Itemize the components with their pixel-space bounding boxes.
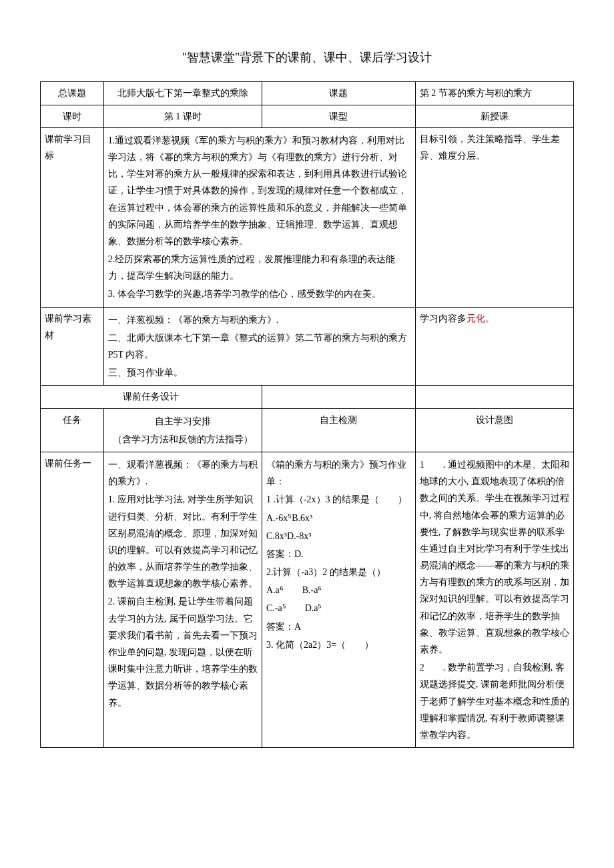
paragraph: 二、北师大版课本七下第一章《整式的运算》第二节幂的乘方与积的乘方 P5T 内容。 xyxy=(108,330,411,363)
paragraph: 一、洋葱视频：《幂的乘方与积的乘方》. xyxy=(108,312,411,328)
cell-value: 目标引领，关注策略指导、学生差异、难度分层。 xyxy=(415,127,573,307)
table-row: 课前学习素材 一、洋葱视频：《幂的乘方与积的乘方》. 二、北师大版课本七下第一章… xyxy=(41,307,574,386)
paragraph: 1 .计算（-2x）3 的结果是（ ） xyxy=(266,491,411,508)
option: A.a⁶ xyxy=(266,585,284,595)
paragraph: A.-6x⁵B.6x³ xyxy=(266,510,411,526)
cell-value: 一、洋葱视频：《幂的乘方与积的乘方》. 二、北师大版课本七下第一章《整式的运算》… xyxy=(103,307,415,386)
empty-cell xyxy=(262,386,415,408)
cell-value: 1.通过观看洋葱视频《军的乘方与积的乘方》和预习教材内容，利用对比学习法，将《幂… xyxy=(103,127,415,307)
text: 学习内容多 xyxy=(420,314,467,324)
option: D.a⁵ xyxy=(305,603,322,613)
page-title: "智慧课堂"背景下的课前、课中、课后学习设计 xyxy=(40,47,574,68)
cell-value: 第 2 节幂的乘方与积的乘方 xyxy=(415,82,573,105)
cell-label: 课型 xyxy=(262,105,415,127)
text: （含学习方法和反馈的方法指导） xyxy=(108,431,258,448)
paragraph: 3. 体会学习数学的兴趣,培养学习教学的信心，感受数学的内在美。 xyxy=(108,286,411,302)
table-row: 总课题 北师大版七下第一章整式的乘除 课题 第 2 节幂的乘方与积的乘方 xyxy=(41,82,574,105)
paragraph: C.-a⁵ D.a⁵ xyxy=(266,600,411,616)
paragraph: 2.经历探索幂的乘方运算性质的过程，发展推理能力和有条理的表达能力，提高学生解决… xyxy=(108,251,411,284)
cell-value: 一、观看洋葱视频：《幂的乘方与积的乘方》. 1. 应用对比学习法, 对学生所学知… xyxy=(103,452,262,747)
paragraph: C.8x³D.-8x³ xyxy=(266,528,411,544)
cell-label: 课时 xyxy=(41,105,104,127)
empty-cell xyxy=(415,386,573,408)
paragraph: 3. 化简（2a2）3=（ ） xyxy=(266,636,411,653)
lesson-plan-table: 总课题 北师大版七下第一章整式的乘除 课题 第 2 节幂的乘方与积的乘方 课时 … xyxy=(40,81,574,748)
paragraph: A.a⁶ B.-a⁶ xyxy=(266,582,411,598)
cell-value: 《箱的乘方与积的乘方》预习作业单： 1 .计算（-2x）3 的结果是（ ） A.… xyxy=(262,452,415,747)
cell-value: 学习内容多元化。 xyxy=(415,307,573,386)
paragraph: 1 . 通过视频图中的木星、太阳和地球的大小, 直观地表现了体积的倍数之间的关系… xyxy=(420,456,569,658)
cell-label: 课前学习目标 xyxy=(41,127,104,307)
text-highlight: 元化。 xyxy=(467,314,495,324)
option: C.-a⁵ xyxy=(266,603,286,613)
section-header-row: 课前任务设计 xyxy=(41,386,574,408)
paragraph: 三、预习作业单。 xyxy=(108,364,411,381)
paragraph: 答案：D. xyxy=(266,546,411,562)
paragraph: 2. 课前自主检测, 是让学生带着问题去学习的方法, 属于问题学习法。它要求我们… xyxy=(108,593,258,711)
cell-value: 北师大版七下第一章整式的乘除 xyxy=(103,82,262,105)
paragraph: 《箱的乘方与积的乘方》预习作业单： xyxy=(266,456,411,490)
cell-label: 自主学习安排 （含学习方法和反馈的方法指导） xyxy=(103,408,262,452)
cell-value: 第 1 课时 xyxy=(103,105,262,127)
option: B.-a⁶ xyxy=(302,585,322,595)
paragraph: 答案：A xyxy=(266,618,411,635)
cell-value: 1 . 通过视频图中的木星、太阳和地球的大小, 直观地表现了体积的倍数之间的关系… xyxy=(415,452,573,747)
cell-value: 新授课 xyxy=(415,105,573,127)
cell-label: 任务 xyxy=(41,408,104,452)
table-row: 课时 第 1 课时 课型 新授课 xyxy=(41,105,574,127)
cell-label: 自主检测 xyxy=(262,408,415,452)
paragraph: 1. 应用对比学习法, 对学生所学知识进行归类、分析、对比。有利于学生区别易混清… xyxy=(108,491,258,592)
section-header: 课前任务设计 xyxy=(41,386,262,408)
paragraph: 1.通过观看洋葱视频《军的乘方与积的乘方》和预习教材内容，利用对比学习法，将《幂… xyxy=(108,132,411,250)
text: 自主学习安排 xyxy=(108,413,258,430)
table-row: 课前任务一 一、观看洋葱视频：《幂的乘方与积的乘方》. 1. 应用对比学习法, … xyxy=(41,452,574,747)
paragraph: 2 . 数学前置学习，自我检测, 客观题选择提交, 课前老师批阅分析便于老师了解… xyxy=(420,659,569,743)
paragraph: 一、观看洋葱视频：《幂的乘方与积的乘方》. xyxy=(108,456,258,490)
cell-label: 课前任务一 xyxy=(41,452,104,747)
cell-label: 总课题 xyxy=(41,82,104,105)
cell-label: 设计意图 xyxy=(415,408,573,452)
cell-label: 课前学习素材 xyxy=(41,307,104,386)
table-row: 课前学习目标 1.通过观看洋葱视频《军的乘方与积的乘方》和预习教材内容，利用对比… xyxy=(41,127,574,307)
table-row: 任务 自主学习安排 （含学习方法和反馈的方法指导） 自主检测 设计意图 xyxy=(41,408,574,452)
cell-label: 课题 xyxy=(262,82,415,105)
paragraph: 2.计算（-a3）2 的结果是（） xyxy=(266,564,411,580)
